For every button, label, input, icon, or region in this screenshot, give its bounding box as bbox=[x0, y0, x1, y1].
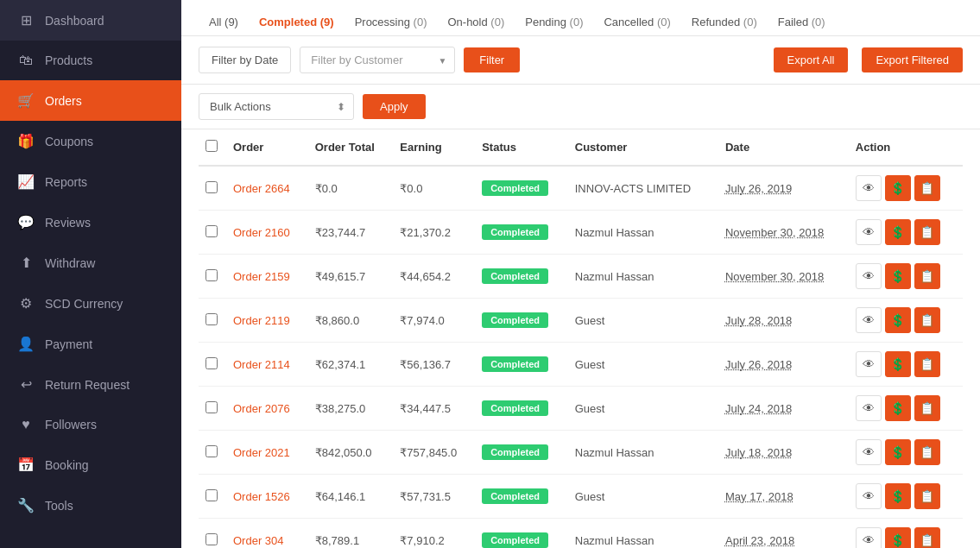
sidebar-item-return-request[interactable]: ↩ Return Request bbox=[0, 364, 181, 405]
delete-btn-2021[interactable]: 📋 bbox=[914, 439, 940, 465]
apply-button[interactable]: Apply bbox=[363, 94, 426, 119]
edit-btn-2021[interactable]: 💲 bbox=[885, 439, 911, 465]
tab-completed[interactable]: Completed (9) bbox=[249, 9, 345, 35]
status-badge-2021: Completed bbox=[482, 444, 548, 460]
sidebar-item-scd-currency[interactable]: ⚙ SCD Currency bbox=[0, 283, 181, 324]
coupons-icon: 🎁 bbox=[17, 133, 35, 149]
row-checkbox-1526[interactable] bbox=[205, 489, 218, 501]
edit-btn-304[interactable]: 💲 bbox=[885, 527, 911, 548]
edit-btn-2076[interactable]: 💲 bbox=[885, 395, 911, 421]
sidebar-item-booking[interactable]: 📅 Booking bbox=[0, 444, 181, 485]
row-checkbox-2076[interactable] bbox=[205, 401, 218, 413]
view-btn-2076[interactable]: 👁 bbox=[856, 395, 882, 421]
tab-refunded[interactable]: Refunded (0) bbox=[681, 9, 768, 35]
order-link-2119[interactable]: Order 2119 bbox=[233, 314, 290, 327]
row-checkbox-2159[interactable] bbox=[205, 269, 218, 281]
action-btns-2021: 👁 💲 📋 bbox=[856, 439, 956, 465]
view-btn-2664[interactable]: 👁 bbox=[856, 175, 882, 201]
delete-btn-2159[interactable]: 📋 bbox=[914, 263, 940, 289]
payment-icon: 👤 bbox=[17, 336, 35, 352]
sidebar-item-dashboard[interactable]: ⊞ Dashboard bbox=[0, 0, 181, 41]
customer-2160: Nazmul Hassan bbox=[568, 211, 718, 255]
row-checkbox-304[interactable] bbox=[205, 533, 218, 545]
filter-date-button[interactable]: Filter by Date bbox=[199, 47, 291, 73]
order-total-2114: ₹62,374.1 bbox=[308, 343, 394, 387]
order-link-2076[interactable]: Order 2076 bbox=[233, 402, 290, 415]
delete-btn-2119[interactable]: 📋 bbox=[914, 307, 940, 333]
sidebar-item-coupons[interactable]: 🎁 Coupons bbox=[0, 121, 181, 161]
order-link-2159[interactable]: Order 2159 bbox=[233, 270, 290, 283]
delete-btn-2160[interactable]: 📋 bbox=[914, 219, 940, 245]
export-all-button[interactable]: Export All bbox=[774, 47, 849, 72]
row-checkbox-2114[interactable] bbox=[205, 357, 218, 369]
customer-2021: Nazmul Hassan bbox=[568, 431, 718, 475]
view-btn-2114[interactable]: 👁 bbox=[856, 351, 882, 377]
export-filtered-button[interactable]: Export Filtered bbox=[862, 47, 963, 72]
tab-label: Failed bbox=[778, 16, 808, 28]
order-total-2021: ₹842,050.0 bbox=[308, 431, 394, 475]
bulk-actions-select[interactable]: Bulk Actions bbox=[199, 93, 354, 120]
row-checkbox-2664[interactable] bbox=[205, 181, 218, 193]
select-all-checkbox[interactable] bbox=[205, 140, 218, 152]
sidebar-item-reports[interactable]: 📈 Reports bbox=[0, 161, 181, 202]
delete-btn-2114[interactable]: 📋 bbox=[914, 351, 940, 377]
sidebar-item-label: Reviews bbox=[45, 216, 164, 230]
edit-btn-2114[interactable]: 💲 bbox=[885, 351, 911, 377]
row-checkbox-2119[interactable] bbox=[205, 313, 218, 325]
tab-label: Refunded bbox=[692, 16, 740, 28]
order-link-2160[interactable]: Order 2160 bbox=[233, 226, 290, 239]
filter-button[interactable]: Filter bbox=[464, 47, 520, 72]
order-link-2114[interactable]: Order 2114 bbox=[233, 358, 290, 371]
products-icon: 🛍 bbox=[17, 53, 35, 68]
delete-btn-1526[interactable]: 📋 bbox=[914, 483, 940, 509]
order-link-304[interactable]: Order 304 bbox=[233, 534, 284, 547]
view-btn-304[interactable]: 👁 bbox=[856, 527, 882, 548]
sidebar-item-label: SCD Currency bbox=[45, 297, 164, 311]
booking-icon: 📅 bbox=[17, 457, 35, 473]
tab-label: Pending bbox=[525, 16, 566, 28]
col-action: Action bbox=[849, 129, 963, 166]
orders-tbody: Order 2664 ₹0.0 ₹0.0 Completed INNOV-ACT… bbox=[199, 166, 963, 548]
edit-btn-2119[interactable]: 💲 bbox=[885, 307, 911, 333]
date-2160: November 30, 2018 bbox=[718, 211, 849, 255]
tab-label: Cancelled bbox=[604, 16, 654, 28]
sidebar-item-products[interactable]: 🛍 Products bbox=[0, 41, 181, 80]
view-btn-2021[interactable]: 👁 bbox=[856, 439, 882, 465]
sidebar-item-followers[interactable]: ♥ Followers bbox=[0, 405, 181, 444]
orders-icon: 🛒 bbox=[17, 92, 35, 109]
tab-processing[interactable]: Processing (0) bbox=[345, 9, 438, 35]
view-btn-2119[interactable]: 👁 bbox=[856, 307, 882, 333]
sidebar-item-reviews[interactable]: 💬 Reviews bbox=[0, 202, 181, 243]
edit-btn-2160[interactable]: 💲 bbox=[885, 219, 911, 245]
delete-btn-2076[interactable]: 📋 bbox=[914, 395, 940, 421]
edit-btn-1526[interactable]: 💲 bbox=[885, 483, 911, 509]
filter-customer-select[interactable]: Filter by Customer bbox=[300, 47, 455, 73]
date-2664: July 26, 2019 bbox=[718, 166, 849, 211]
view-btn-1526[interactable]: 👁 bbox=[856, 483, 882, 509]
edit-btn-2159[interactable]: 💲 bbox=[885, 263, 911, 289]
sidebar-item-withdraw[interactable]: ⬆ Withdraw bbox=[0, 243, 181, 283]
sidebar-item-orders[interactable]: 🛒 Orders bbox=[0, 80, 181, 121]
row-checkbox-2021[interactable] bbox=[205, 445, 218, 457]
tab-failed[interactable]: Failed (0) bbox=[768, 9, 836, 35]
row-checkbox-2160[interactable] bbox=[205, 225, 218, 237]
tab-pending[interactable]: Pending (0) bbox=[515, 9, 593, 35]
tab-all[interactable]: All (9) bbox=[199, 9, 249, 35]
order-link-2664[interactable]: Order 2664 bbox=[233, 182, 290, 195]
tab-cancelled[interactable]: Cancelled (0) bbox=[593, 9, 680, 35]
action-btns-2119: 👁 💲 📋 bbox=[856, 307, 956, 333]
view-btn-2160[interactable]: 👁 bbox=[856, 219, 882, 245]
delete-btn-2664[interactable]: 📋 bbox=[914, 175, 940, 201]
view-btn-2159[interactable]: 👁 bbox=[856, 263, 882, 289]
edit-btn-2664[interactable]: 💲 bbox=[885, 175, 911, 201]
order-link-2021[interactable]: Order 2021 bbox=[233, 446, 290, 459]
order-link-1526[interactable]: Order 1526 bbox=[233, 490, 290, 503]
delete-btn-304[interactable]: 📋 bbox=[914, 527, 940, 548]
followers-icon: ♥ bbox=[17, 417, 35, 432]
main-content: All (9)Completed (9)Processing (0)On-hol… bbox=[181, 0, 980, 548]
sidebar-item-tools[interactable]: 🔧 Tools bbox=[0, 485, 181, 526]
customer-2664: INNOV-ACTS LIMITED bbox=[568, 166, 718, 211]
date-2021: July 18, 2018 bbox=[718, 431, 849, 475]
tab-on-hold[interactable]: On-hold (0) bbox=[437, 9, 515, 35]
sidebar-item-payment[interactable]: 👤 Payment bbox=[0, 324, 181, 364]
